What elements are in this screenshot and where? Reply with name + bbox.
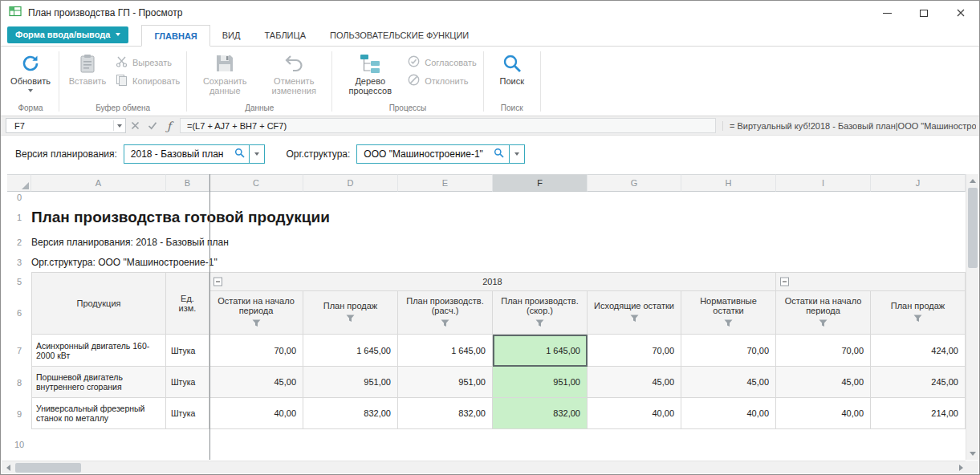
- column-header-c[interactable]: C: [209, 174, 303, 192]
- undo-changes-button[interactable]: Отменить изменения: [259, 49, 328, 102]
- approve-button[interactable]: Согласовать: [408, 55, 476, 69]
- table-cell[interactable]: 40,00: [776, 398, 871, 429]
- minimize-button[interactable]: [868, 1, 905, 25]
- collapse-button[interactable]: [213, 278, 222, 286]
- column-header-g[interactable]: G: [588, 174, 681, 192]
- vertical-scroll-thumb[interactable]: [968, 188, 978, 268]
- column-header-j[interactable]: J: [871, 174, 966, 192]
- table-cell[interactable]: 40,00: [588, 398, 681, 429]
- table-header[interactable]: Остатки на начало периода: [209, 291, 303, 335]
- column-header-a[interactable]: A: [31, 174, 166, 192]
- scroll-down-button[interactable]: [966, 447, 979, 460]
- report-org-line[interactable]: Орг.структура: ООО "Машиностроение-1": [31, 253, 493, 272]
- filter-funnel-icon[interactable]: [724, 319, 733, 329]
- lookup-dropdown-button[interactable]: [509, 145, 524, 163]
- refresh-button[interactable]: Обновить: [6, 49, 55, 102]
- filter-funnel-icon[interactable]: [346, 315, 355, 324]
- column-header-i[interactable]: I: [776, 174, 871, 192]
- unit-cell[interactable]: Штука: [166, 335, 209, 367]
- row-header[interactable]: 3: [7, 253, 31, 272]
- filter-funnel-icon[interactable]: [535, 319, 544, 329]
- io-form-menu-button[interactable]: Форма ввода/вывода: [7, 26, 128, 43]
- table-header[interactable]: План продаж: [303, 291, 398, 335]
- row-header[interactable]: 0: [7, 192, 31, 203]
- table-cell[interactable]: 40,00: [209, 398, 303, 429]
- product-name-cell[interactable]: Поршневой двигатель внутреннего сгорания: [31, 367, 166, 398]
- table-header[interactable]: Остатки на начало периода: [776, 291, 871, 335]
- row-header[interactable]: 8: [7, 367, 31, 398]
- table-cell[interactable]: 45,00: [776, 367, 871, 398]
- table-cell[interactable]: 951,00: [303, 367, 398, 398]
- column-header-h[interactable]: H: [681, 174, 776, 192]
- tab-view[interactable]: ВИД: [210, 25, 253, 46]
- cell-f7-selected[interactable]: 1 645,00: [493, 335, 588, 367]
- row-header[interactable]: 7: [7, 335, 31, 367]
- filter-funnel-icon[interactable]: [441, 319, 449, 329]
- version-lookup-input[interactable]: 2018 - Базовый план: [124, 145, 230, 163]
- tab-main[interactable]: ГЛАВНАЯ: [141, 25, 209, 47]
- table-header[interactable]: План производств. (скор.): [493, 291, 588, 335]
- table-cell[interactable]: 70,00: [776, 335, 871, 367]
- row-header[interactable]: 6: [7, 291, 31, 335]
- table-cell[interactable]: 424,00: [871, 335, 966, 367]
- formula-input[interactable]: =(L7 + AJ7 + BH7 + CF7): [180, 118, 716, 133]
- scroll-up-button[interactable]: [966, 174, 979, 187]
- cut-button[interactable]: Вырезать: [116, 55, 180, 69]
- row-header[interactable]: 1: [7, 203, 31, 232]
- paste-button[interactable]: Вставить: [63, 49, 112, 102]
- table-cell[interactable]: 70,00: [588, 335, 681, 367]
- table-cell[interactable]: 1 645,00: [398, 335, 493, 367]
- row-header[interactable]: 5: [7, 272, 31, 291]
- report-version-line[interactable]: Версия планирования: 2018 - Базовый план: [31, 232, 493, 253]
- table-header[interactable]: Нормативные остатки: [681, 291, 776, 335]
- table-cell[interactable]: 951,00: [398, 367, 493, 398]
- lookup-dropdown-button[interactable]: [249, 145, 264, 163]
- table-cell[interactable]: 45,00: [209, 367, 303, 398]
- row-header[interactable]: 2: [7, 232, 31, 253]
- table-header[interactable]: Исходящие остатки: [588, 291, 681, 335]
- column-header-e[interactable]: E: [398, 174, 493, 192]
- table-cell[interactable]: 245,00: [871, 367, 966, 398]
- table-header-product[interactable]: Продукция: [31, 272, 166, 335]
- table-cell[interactable]: 45,00: [681, 367, 776, 398]
- table-cell[interactable]: 832,00: [493, 398, 588, 429]
- horizontal-scroll-thumb[interactable]: [15, 463, 81, 473]
- report-title[interactable]: План производства готовой продукции: [31, 203, 588, 232]
- row-header[interactable]: 9: [7, 398, 31, 429]
- scroll-left-button[interactable]: [2, 461, 14, 474]
- lookup-search-button[interactable]: [230, 145, 249, 163]
- copy-button[interactable]: Копировать: [116, 74, 180, 87]
- tab-user-functions[interactable]: ПОЛЬЗОВАТЕЛЬСКИЕ ФУНКЦИИ: [318, 25, 481, 46]
- table-cell[interactable]: 832,00: [303, 398, 398, 429]
- column-header-f-selected[interactable]: F: [493, 174, 588, 192]
- search-button[interactable]: Поиск: [487, 49, 537, 102]
- maximize-button[interactable]: [905, 1, 942, 25]
- unit-cell[interactable]: Штука: [166, 398, 209, 429]
- table-cell[interactable]: 70,00: [209, 335, 303, 367]
- org-lookup-input[interactable]: ООО "Машиностроение-1": [357, 145, 489, 163]
- insert-function-button[interactable]: [161, 118, 177, 133]
- product-name-cell[interactable]: Универсальный фрезерный станок по металл…: [31, 398, 166, 429]
- lookup-search-button[interactable]: [490, 145, 509, 163]
- table-cell[interactable]: 45,00: [588, 367, 681, 398]
- unit-cell[interactable]: Штука: [166, 367, 209, 398]
- select-all-corner[interactable]: [7, 174, 31, 192]
- product-name-cell[interactable]: Асинхронный двигатель 160-2000 кВт: [31, 335, 166, 367]
- table-cell[interactable]: 40,00: [681, 398, 776, 429]
- column-header-b[interactable]: B: [166, 174, 209, 192]
- close-button[interactable]: [942, 1, 979, 25]
- table-cell[interactable]: 1 645,00: [303, 335, 398, 367]
- save-data-button[interactable]: Сохранить данные: [190, 49, 259, 102]
- table-cell[interactable]: 214,00: [871, 398, 966, 429]
- reject-button[interactable]: Отклонить: [408, 74, 476, 87]
- confirm-entry-button[interactable]: [144, 118, 160, 133]
- table-header[interactable]: План производств. (расч.): [398, 291, 493, 335]
- table-cell[interactable]: 832,00: [398, 398, 493, 429]
- row-header[interactable]: 10: [7, 429, 31, 460]
- filter-funnel-icon[interactable]: [252, 319, 261, 329]
- collapse-button[interactable]: [780, 278, 789, 286]
- filter-funnel-icon[interactable]: [819, 319, 828, 329]
- tab-table[interactable]: ТАБЛИЦА: [252, 25, 318, 46]
- filter-funnel-icon[interactable]: [913, 315, 922, 324]
- table-header[interactable]: План продаж: [871, 291, 966, 335]
